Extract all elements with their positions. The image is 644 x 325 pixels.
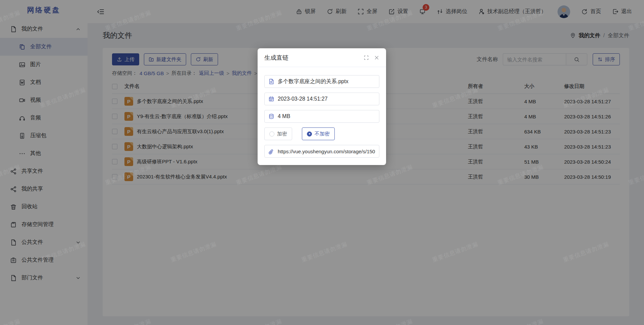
radio-on-icon xyxy=(307,131,312,137)
file-doc-icon xyxy=(268,78,274,85)
app-window: 网络硬盘 我的文件全部文件图片文档视频音频压缩包其他共享文件我的共享回收站存储空… xyxy=(0,0,644,325)
encryption-options: 加密 不加密 xyxy=(264,127,379,140)
dialog-header: 生成直链 xyxy=(258,48,386,67)
encrypt-radio[interactable]: 加密 xyxy=(264,127,292,140)
database-icon xyxy=(268,113,274,119)
file-size-field[interactable]: 4 MB xyxy=(264,110,379,123)
file-name-field[interactable]: 多个数字底座之间的关系.pptx xyxy=(264,75,379,88)
direct-link-field xyxy=(264,145,379,158)
calendar-icon xyxy=(268,96,274,102)
dialog-body: 多个数字底座之间的关系.pptx 2023-03-28 14:51:27 4 M… xyxy=(258,67,386,164)
generate-link-dialog: 生成直链 多个数字底座之间的关系.pptx 2023-03-28 14:51:2… xyxy=(258,48,386,165)
close-icon[interactable] xyxy=(374,55,379,60)
encrypt-label: 加密 xyxy=(277,131,287,137)
link-icon xyxy=(268,148,274,154)
file-date-field[interactable]: 2023-03-28 14:51:27 xyxy=(264,93,379,105)
dialog-fullscreen-icon[interactable] xyxy=(364,55,369,60)
radio-off-icon xyxy=(269,131,274,137)
dialog-title: 生成直链 xyxy=(264,54,288,62)
file-name-value: 多个数字底座之间的关系.pptx xyxy=(278,78,348,85)
no-encrypt-radio[interactable]: 不加密 xyxy=(302,127,335,140)
direct-link-input[interactable] xyxy=(278,149,375,154)
file-size-value: 4 MB xyxy=(278,113,290,119)
no-encrypt-label: 不加密 xyxy=(315,131,330,137)
file-date-value: 2023-03-28 14:51:27 xyxy=(278,96,328,102)
